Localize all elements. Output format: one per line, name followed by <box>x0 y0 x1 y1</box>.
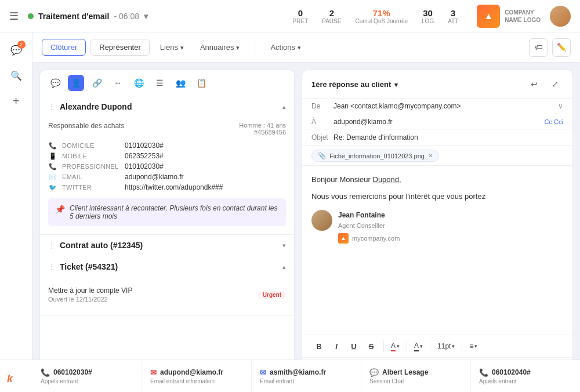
links-dropdown[interactable]: Liens <box>154 39 190 55</box>
field-pro-value: 010102030# <box>125 162 164 170</box>
ticket-title: Ticket (#54321) <box>60 262 278 271</box>
actions-dropdown[interactable]: Actions <box>264 39 307 55</box>
tab-list[interactable]: ☰ <box>151 75 168 91</box>
company-name-text: COMPANYNAME LOGO <box>505 9 541 24</box>
tab-person[interactable]: 👥 <box>172 75 188 91</box>
bold-button[interactable]: B <box>311 339 327 354</box>
font-size-chevron: ▾ <box>452 343 455 349</box>
bottom-item-email2[interactable]: ✉ asmith@kiamo.fr Email entrant <box>252 360 361 392</box>
contact-fields: 📞 DOMICILE 010102030# 📱 MOBILE 062352253… <box>48 141 286 191</box>
signature-info: Jean Fontaine Agent Conseiller ▲ mycompa… <box>338 210 400 244</box>
email-type-chevron[interactable] <box>394 80 398 89</box>
close-button[interactable]: Clôturer <box>42 39 86 56</box>
highlight-dropdown[interactable]: A ▾ <box>412 340 425 353</box>
highlight-label: A <box>414 342 419 351</box>
email-from-row: De Jean <contact.kiamo@mycompany.com> ∨ <box>302 99 572 114</box>
bottom-item-phone1-top: 📞 060102030# <box>41 368 133 377</box>
edit-button[interactable]: ✏️ <box>552 38 571 57</box>
email-body[interactable]: Bonjour Monsieur Dupond, Nous vous remer… <box>302 166 572 335</box>
attachment-bar: 📎 Fiche_information_01012023.png ✕ <box>302 146 572 166</box>
signature-block: Jean Fontaine Agent Conseiller ▲ mycompa… <box>311 210 563 244</box>
email-header: 1ère réponse au client ↩ ⤢ <box>302 70 572 99</box>
from-expand[interactable]: ∨ <box>558 102 563 110</box>
phone1-icon: 📞 <box>41 368 50 377</box>
fmt-sep2 <box>407 340 407 352</box>
tab-form[interactable]: 📋 <box>193 75 209 91</box>
email1-icon: ✉ <box>150 368 157 377</box>
cc-button[interactable]: Cc Cci <box>545 118 563 125</box>
attachment-icon: 📎 <box>318 152 326 159</box>
field-twitter-value: https://twitter.com/adupondk### <box>125 183 223 191</box>
toolbar-right: 🏷 ✏️ <box>529 38 571 57</box>
phone2-number: 060102040# <box>492 368 531 376</box>
bottom-item-chat[interactable]: 💬 Albert Lesage Session Chat <box>361 360 471 392</box>
annuaires-label: Annuaires <box>200 43 234 52</box>
italic-button[interactable]: I <box>329 339 344 354</box>
align-dropdown[interactable]: ≡ ▾ <box>467 341 480 351</box>
font-color-dropdown[interactable]: A ▾ <box>389 340 402 353</box>
tab-globe[interactable]: 🌐 <box>130 75 147 91</box>
fmt-sep1 <box>383 340 384 352</box>
phone1-sub: Appels entrant <box>41 378 133 384</box>
sidebar-icon-search[interactable]: 🔍 <box>6 65 27 86</box>
email-type-title: 1ère réponse au client <box>311 80 521 89</box>
kiamo-logo: k <box>7 373 13 385</box>
bottom-item-email1[interactable]: ✉ adupond@kiamo.fr Email entrant informa… <box>142 360 252 392</box>
contact-section-header[interactable]: ⋮ Alexandre Dupond <box>40 96 294 117</box>
chat-badge: 2 <box>17 41 26 49</box>
twitter-icon: 🐦 <box>48 184 57 191</box>
links-label: Liens <box>160 43 178 52</box>
contact-name: Alexandre Dupond <box>60 102 278 111</box>
signature-logo-row: ▲ mycompany.com <box>338 233 400 244</box>
email-text: Nous vous remercions pour l'intérêt que … <box>311 191 563 203</box>
sidebar-icon-add[interactable]: + <box>6 90 27 111</box>
drag-handle-ticket: ⋮ <box>48 263 55 271</box>
stat-pause-label: PAUSE <box>322 18 341 24</box>
email2-address: asmith@kiamo.fr <box>270 368 326 376</box>
avatar[interactable] <box>550 6 571 27</box>
menu-icon[interactable]: ☰ <box>9 10 19 23</box>
sidebar-icon-chat[interactable]: 💬 2 <box>6 39 27 60</box>
field-domicile: 📞 DOMICILE 010102030# <box>48 141 286 150</box>
bottom-item-phone2[interactable]: 📞 060102040# Appels entrant <box>471 360 580 392</box>
font-size-dropdown[interactable]: 11pt ▾ <box>435 341 457 351</box>
annuaires-dropdown[interactable]: Annuaires <box>194 39 246 55</box>
to-label: À <box>311 118 329 126</box>
phone2-icon: 📞 <box>48 163 57 170</box>
subject-label: Objet <box>311 133 329 141</box>
email1-sub: Email entrant information <box>150 378 243 384</box>
actions-chevron <box>298 43 301 52</box>
strikethrough-button[interactable]: S <box>364 339 379 354</box>
bottom-item-email1-top: ✉ adupond@kiamo.fr <box>150 368 243 377</box>
tab-contact[interactable]: 👤 <box>68 75 84 91</box>
bottom-item-chat-top: 💬 Albert Lesage <box>369 368 462 377</box>
contract-section-header[interactable]: ⋮ Contrat auto (#12345) <box>40 235 294 256</box>
toolbar: Clôturer Représenter Liens Annuaires Act… <box>32 32 580 63</box>
expand-button[interactable]: ⤢ <box>547 76 563 92</box>
email-fields: De Jean <contact.kiamo@mycompany.com> ∨ … <box>302 99 572 146</box>
stat-pause: 2 PAUSE <box>322 8 341 24</box>
represent-button[interactable]: Représenter <box>90 39 150 56</box>
align-chevron: ▾ <box>474 343 477 349</box>
links-chevron <box>180 43 184 52</box>
attachment-close[interactable]: ✕ <box>428 153 433 159</box>
ticket-section-header[interactable]: ⋮ Ticket (#54321) <box>40 256 294 277</box>
phone2-icon: 📞 <box>479 368 488 377</box>
field-email-label: EMAIL <box>62 173 120 180</box>
note-icon: 📌 <box>55 205 65 214</box>
from-value: Jean <contact.kiamo@mycompany.com> <box>334 102 553 110</box>
tab-history[interactable]: ↔ <box>110 75 126 91</box>
tab-link[interactable]: 🔗 <box>89 75 105 91</box>
status-dot <box>28 13 34 19</box>
ticket-subject: Mettre à jour le compte VIP <box>48 286 132 295</box>
recipient-name: Dupond <box>373 175 400 184</box>
bottom-item-phone1[interactable]: 📞 060102030# Appels entrant <box>32 360 142 392</box>
tag-button[interactable]: 🏷 <box>529 38 548 57</box>
stat-att-label: ATT <box>448 18 458 24</box>
tab-chat[interactable]: 💬 <box>47 75 63 91</box>
underline-button[interactable]: U <box>346 339 361 354</box>
topbar-dropdown-chevron[interactable]: ▾ <box>144 12 148 21</box>
reply-button[interactable]: ↩ <box>526 76 542 92</box>
stat-pret-label: PRET <box>293 18 309 24</box>
bottom-item-email2-top: ✉ asmith@kiamo.fr <box>260 368 353 377</box>
